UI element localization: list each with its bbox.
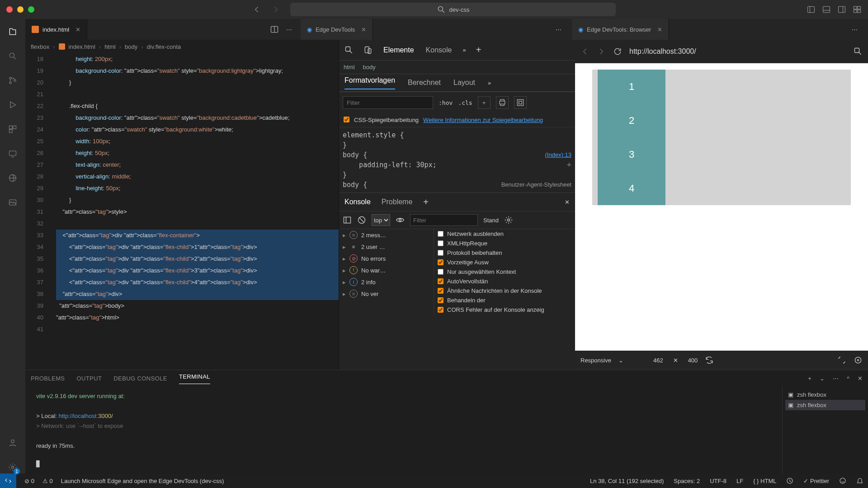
tab-edge-browser[interactable]: ◉ Edge DevTools: Browser ✕ <box>572 19 669 40</box>
warnings-count[interactable]: ⚠ 0 <box>42 478 53 484</box>
new-terminal-icon[interactable]: + <box>808 375 811 382</box>
split-editor-icon[interactable] <box>270 25 279 34</box>
tab-index-html[interactable]: index.html ✕ <box>25 19 87 40</box>
remote-indicator[interactable] <box>0 474 16 488</box>
device-mode[interactable]: Responsive <box>580 357 611 364</box>
more-icon[interactable]: ⋯ <box>286 26 292 33</box>
inspect-icon[interactable] <box>344 46 354 55</box>
close-panel-icon[interactable]: ✕ <box>858 375 863 382</box>
feedback-icon[interactable] <box>839 477 846 484</box>
terminal-session[interactable]: ▣ zsh flexbox <box>785 400 865 410</box>
close-icon[interactable]: ✕ <box>657 26 662 33</box>
live-expression-icon[interactable] <box>396 216 405 225</box>
viewport-width[interactable]: 462 <box>653 357 663 364</box>
print-icon[interactable] <box>496 96 509 109</box>
cls-toggle[interactable]: .cls <box>458 99 472 106</box>
styles-filter-input[interactable] <box>343 96 433 109</box>
more-icon[interactable]: ⋯ <box>556 26 561 33</box>
code-editor[interactable]: flexbox› index.html› html› body› div.fle… <box>25 40 339 370</box>
mirror-info-link[interactable]: Weitere Informationen zur Spiegelbearbei… <box>423 117 543 123</box>
locate-icon[interactable] <box>854 356 863 365</box>
levels-label[interactable]: Stand <box>483 217 499 224</box>
gallery-icon[interactable] <box>6 196 19 209</box>
remote-explorer-icon[interactable] <box>6 147 19 160</box>
prettier-status[interactable]: ✓ Prettier <box>803 478 829 484</box>
close-icon[interactable]: ✕ <box>75 26 80 33</box>
console-settings-icon[interactable] <box>504 216 513 225</box>
panel-tab-debug-console[interactable]: DEBUG CONSOLE <box>113 375 167 382</box>
chevron-down-icon[interactable]: ⌄ <box>618 357 623 364</box>
add-tab-icon[interactable]: + <box>423 197 429 207</box>
add-tab-icon[interactable]: + <box>476 45 481 55</box>
new-style-icon[interactable]: + <box>478 96 491 109</box>
panel-tab-output[interactable]: OUTPUT <box>76 375 102 382</box>
nav-back-icon[interactable] <box>252 5 261 14</box>
rendered-page[interactable]: 1234 <box>575 63 868 351</box>
eol[interactable]: LF <box>736 478 743 484</box>
minimize-window[interactable] <box>17 6 24 13</box>
extensions-icon[interactable] <box>6 123 19 136</box>
close-window[interactable] <box>6 6 13 13</box>
clear-console-icon[interactable] <box>357 216 366 225</box>
console-filter-input[interactable] <box>410 214 478 226</box>
rotate-icon[interactable] <box>705 356 714 365</box>
inspect-icon[interactable] <box>854 47 863 56</box>
console-tab-konsole[interactable]: Konsole <box>344 198 371 206</box>
more-icon[interactable]: ⋯ <box>833 375 839 382</box>
settings-gear-icon[interactable] <box>6 461 19 474</box>
layout-grid-icon[interactable] <box>853 5 862 14</box>
command-center[interactable]: dev-css <box>290 3 616 16</box>
run-debug-icon[interactable] <box>6 99 19 111</box>
tab-elemente[interactable]: Elemente <box>382 43 415 57</box>
nav-forward-icon[interactable] <box>597 47 606 56</box>
subtab-berechnet[interactable]: Berechnet <box>408 79 441 87</box>
sidebar-toggle-icon[interactable] <box>343 216 352 225</box>
search-view-icon[interactable] <box>6 50 19 62</box>
tab-edge-devtools[interactable]: ◉ Edge DevTools ✕ <box>301 19 373 40</box>
terminal-list[interactable]: ▣ zsh flexbox▣ zsh flexbox <box>782 387 868 474</box>
terminal-output[interactable]: vite v2.9.16 dev server running at: > Lo… <box>25 387 782 474</box>
panel-bottom-icon[interactable] <box>822 5 831 14</box>
subtab-layout[interactable]: Layout <box>453 79 475 87</box>
console-sidebar[interactable]: ▸≡2 mess…▸≡2 user …▸⊘No errors▸!No war…▸… <box>339 229 434 314</box>
explorer-icon[interactable] <box>6 25 19 38</box>
more-icon[interactable]: ⋯ <box>852 26 858 33</box>
screenshot-icon[interactable] <box>837 356 846 365</box>
edge-icon[interactable] <box>6 172 19 184</box>
subtab-formatvorlagen[interactable]: Formatvorlagen <box>344 76 395 89</box>
chevron-right-icon[interactable]: » <box>462 47 466 53</box>
nav-forward-icon[interactable] <box>271 5 280 14</box>
hov-toggle[interactable]: :hov <box>439 99 453 106</box>
maximize-window[interactable] <box>28 6 34 13</box>
indentation[interactable]: Spaces: 2 <box>674 478 700 484</box>
viewport-height[interactable]: 400 <box>688 357 698 364</box>
styles-pane[interactable]: element.style {}body {(Index):13 padding… <box>339 127 575 192</box>
source-control-icon[interactable] <box>6 74 19 87</box>
language-mode[interactable]: { } HTML <box>753 478 776 484</box>
tab-konsole[interactable]: Konsole <box>425 43 453 57</box>
box-model-icon[interactable] <box>514 96 527 109</box>
reload-icon[interactable] <box>613 47 622 56</box>
panel-tab-terminal[interactable]: TERMINAL <box>179 373 210 384</box>
cursor-position[interactable]: Ln 38, Col 11 (192 selected) <box>590 478 664 484</box>
source-link[interactable]: (Index):13 <box>545 150 571 160</box>
chevron-right-icon[interactable]: » <box>488 80 491 86</box>
account-icon[interactable] <box>6 436 19 449</box>
nav-back-icon[interactable] <box>580 47 590 56</box>
code-lines[interactable]: height: 200px; background-color: "attr">… <box>56 53 339 370</box>
notifications-icon[interactable] <box>856 477 863 484</box>
port-icon[interactable] <box>786 477 793 484</box>
maximize-panel-icon[interactable]: ^ <box>847 375 849 382</box>
panel-left-icon[interactable] <box>807 5 816 14</box>
close-icon[interactable]: ✕ <box>565 199 570 206</box>
dom-breadcrumb[interactable]: html body <box>339 61 575 74</box>
console-tab-probleme[interactable]: Probleme <box>382 198 412 206</box>
chevron-down-icon[interactable]: ⌄ <box>820 375 825 382</box>
close-icon[interactable]: ✕ <box>361 26 366 33</box>
console-settings-list[interactable]: Netzwerk ausblenden XMLHttpReque Protoko… <box>434 229 575 314</box>
errors-count[interactable]: ⊘ 0 <box>24 478 34 484</box>
device-icon[interactable] <box>363 46 373 55</box>
context-select[interactable]: top <box>372 214 390 226</box>
terminal-session[interactable]: ▣ zsh flexbox <box>785 389 865 400</box>
panel-tab-problems[interactable]: PROBLEMS <box>31 375 65 382</box>
